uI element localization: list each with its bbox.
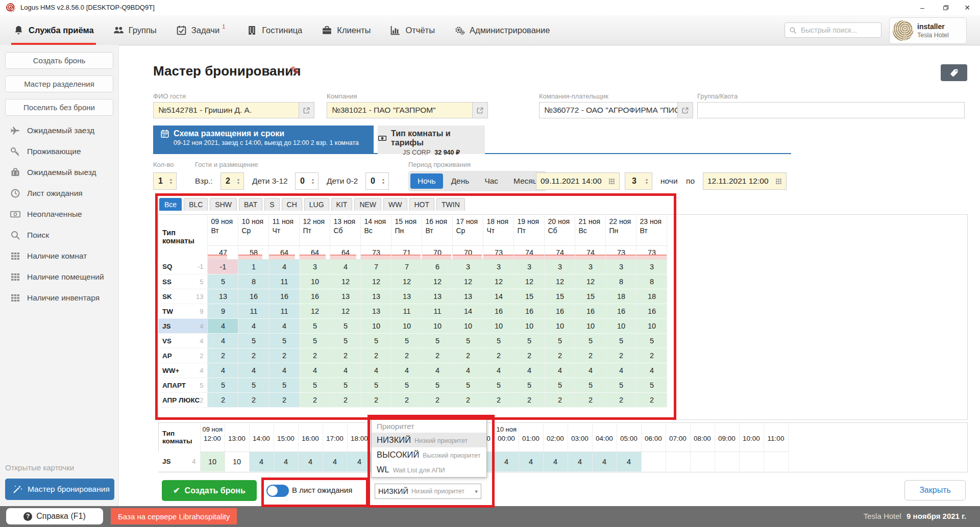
adults-stepper[interactable]: 2 ▲▼ [220,172,244,190]
room-filter-tab-HOT[interactable]: HOT [409,198,435,211]
sidebar-item-expected-departure[interactable]: Ожидаемый выезд [10,167,96,178]
availability-cell[interactable]: 2 [575,348,606,363]
availability-cell[interactable]: 2 [208,348,238,363]
room-filter-tab-Все[interactable]: Все [159,198,182,211]
availability-cell[interactable]: 13 [208,289,238,304]
availability-cell[interactable]: 9 [208,304,238,319]
availability-cell[interactable]: 15 [514,289,545,304]
date-header[interactable]: 17 нояСр [453,214,483,246]
availability-cell[interactable]: 3 [575,260,606,274]
room-type-cell[interactable]: WW+4 [158,363,208,378]
availability-cell[interactable]: 3 [300,260,330,274]
room-filter-tab-KIT[interactable]: KIT [331,198,353,211]
availability-cell[interactable]: 4 [208,319,238,334]
date-header[interactable]: 18 нояЧт [483,214,514,246]
hourly-cell[interactable]: 4 [617,452,641,472]
availability-cell[interactable]: 2 [391,348,422,363]
availability-cell[interactable]: 2 [422,348,453,363]
date-header[interactable]: 10 нояСр [238,214,269,246]
nav-item-reports[interactable]: Отчёты [390,15,435,45]
availability-cell[interactable]: 2 [330,348,361,363]
hour-header[interactable]: 11:00 [764,422,788,452]
availability-cell[interactable]: 2 [545,393,575,408]
availability-cell[interactable]: 2 [300,348,330,363]
hourly-cell[interactable] [715,452,739,472]
period-option-Час[interactable]: Час [477,173,505,189]
availability-cell[interactable]: 2 [483,393,514,408]
availability-cell[interactable]: 4 [361,363,391,378]
stepper-arrows[interactable]: ▲▼ [235,178,243,185]
availability-cell[interactable]: 16 [545,304,575,319]
hour-header[interactable]: 18:00 [347,422,372,452]
nav-item-admin[interactable]: Администрирование [454,15,550,45]
availability-cell[interactable]: 2 [269,348,300,363]
availability-cell[interactable]: 10 [483,319,514,334]
minimize-button[interactable]: – [914,2,931,13]
hourly-cell[interactable]: 4 [519,452,543,472]
user-chip[interactable]: installer Tesla Hotel [889,17,967,44]
availability-cell[interactable]: 2 [575,393,606,408]
room-type-cell[interactable]: VS4 [158,334,208,348]
nav-item-tasks[interactable]: Задачи1 [176,15,228,45]
nav-item-hotel[interactable]: Гостиница [247,15,302,45]
hour-header[interactable]: 10 ноя00:00 [494,422,519,452]
hour-header[interactable]: 03:00 [568,422,592,452]
availability-cell[interactable]: 2 [514,348,545,363]
availability-cell[interactable]: 16 [575,304,606,319]
room-filter-tab-SHW[interactable]: SHW [210,198,237,211]
availability-cell[interactable]: 3 [453,260,483,274]
create-booking-button[interactable]: ✔ Создать бронь [162,480,257,501]
period-option-Ночь[interactable]: Ночь [410,173,443,189]
hourly-cell[interactable]: 4 [592,452,617,472]
hourly-cell[interactable] [764,452,788,472]
open-card-booking-wizard[interactable]: Мастер бронирования [5,479,114,500]
availability-cell[interactable]: 5 [238,334,269,348]
availability-cell[interactable]: 2 [453,348,483,363]
hour-header[interactable]: 09:00 [715,422,739,452]
availability-cell[interactable]: 10 [636,319,667,334]
availability-cell[interactable]: 5 [545,334,575,348]
availability-cell[interactable]: 4 [606,363,636,378]
availability-cell[interactable]: 5 [361,378,391,393]
date-header[interactable]: 23 нояВт [636,214,667,246]
room-type-cell[interactable]: TW9 [158,304,208,319]
availability-cell[interactable]: 5 [483,378,514,393]
database-status-badge[interactable]: База на сервере Librahospitality [111,508,237,524]
availability-cell[interactable]: 5 [391,378,422,393]
availability-cell[interactable]: 5 [545,378,575,393]
availability-cell[interactable]: 14 [483,289,514,304]
hour-header[interactable]: 13:00 [225,422,249,452]
availability-cell[interactable]: 2 [514,393,545,408]
availability-cell[interactable]: 2 [545,348,575,363]
availability-cell[interactable]: 5 [361,334,391,348]
date-header[interactable]: 11 нояЧт [269,214,300,246]
availability-cell[interactable]: 10 [575,319,606,334]
availability-cell[interactable]: 3 [606,260,636,274]
tab-room-type-rates[interactable]: Тип комнаты и тарифы JS CORP32 940 ₽ [378,126,485,154]
hourly-cell[interactable]: 4 [274,452,298,472]
availability-cell[interactable]: 4 [269,260,300,274]
room-type-cell[interactable]: SQ-1 [158,260,208,274]
availability-cell[interactable]: 2 [330,393,361,408]
hourly-cell[interactable]: 4 [568,452,592,472]
field-input-group-quota[interactable] [697,102,965,118]
availability-cell[interactable]: 2 [238,393,269,408]
availability-cell[interactable]: 4 [238,363,269,378]
availability-cell[interactable]: 13 [391,289,422,304]
sidebar-button-split-wizard[interactable]: Мастер разделения [5,76,113,92]
room-filter-tab-CH[interactable]: CH [282,198,302,211]
availability-cell[interactable]: 12 [483,274,514,289]
kids1-stepper[interactable]: 0 ▲▼ [295,172,318,190]
hourly-cell[interactable]: 4 [323,452,347,472]
availability-cell[interactable]: 5 [300,334,330,348]
availability-cell[interactable]: 5 [269,378,300,393]
availability-cell[interactable]: 4 [545,363,575,378]
sidebar-item-inventory-availability[interactable]: Наличие инвентаря [10,293,100,303]
availability-cell[interactable]: 4 [391,363,422,378]
availability-cell[interactable]: 5 [330,334,361,348]
availability-cell[interactable]: 5 [606,334,636,348]
hourly-cell[interactable]: 10 [200,452,225,472]
sidebar-item-search[interactable]: Поиск [10,230,49,240]
field-input-company[interactable]: №381021 - ПАО "ГАЗПРОМ" [327,102,473,118]
availability-cell[interactable]: 16 [238,289,269,304]
